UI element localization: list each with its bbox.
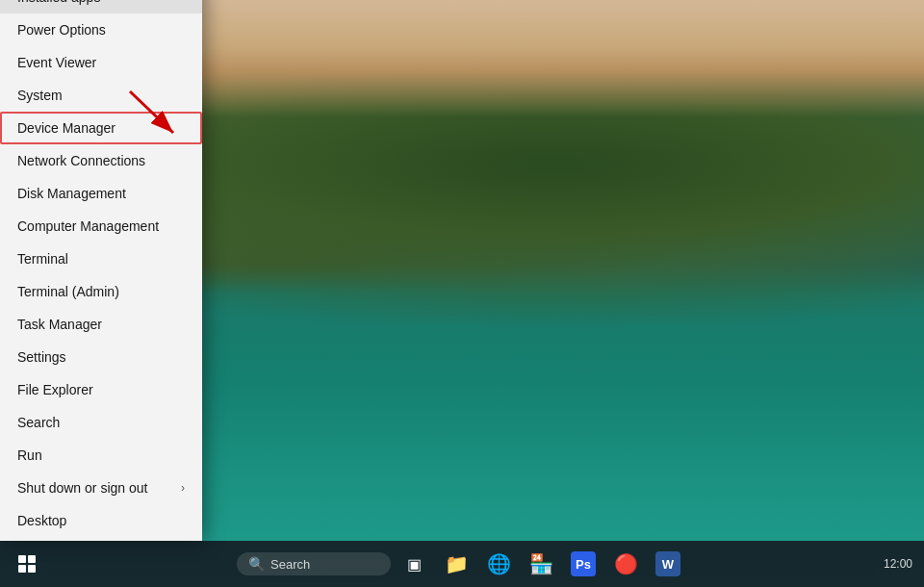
menu-item-computer-management[interactable]: Computer Management	[0, 210, 202, 242]
edge-icon: 🌐	[487, 552, 511, 575]
store-icon: 🏪	[529, 552, 553, 575]
menu-item-label-terminal: Terminal	[17, 251, 68, 267]
menu-item-installed-apps[interactable]: Installed apps	[0, 0, 202, 13]
menu-item-terminal[interactable]: Terminal	[0, 242, 202, 275]
menu-item-label-run: Run	[17, 447, 42, 463]
menu-item-desktop[interactable]: Desktop	[0, 504, 202, 537]
context-menu: Installed appsPower OptionsEvent ViewerS…	[0, 0, 202, 541]
word-taskbar-button[interactable]: W	[649, 545, 687, 583]
menu-item-disk-management[interactable]: Disk Management	[0, 177, 202, 210]
search-icon: 🔍	[248, 556, 265, 572]
menu-item-label-terminal-admin: Terminal (Admin)	[17, 284, 119, 299]
menu-item-label-event-viewer: Event Viewer	[17, 55, 96, 70]
menu-item-task-manager[interactable]: Task Manager	[0, 308, 202, 341]
file-explorer-taskbar-button[interactable]: 📁	[437, 545, 475, 583]
chrome-icon: 🔴	[614, 552, 638, 575]
menu-item-run[interactable]: Run	[0, 439, 202, 472]
task-view-icon: ▣	[407, 555, 422, 574]
menu-item-label-installed-apps: Installed apps	[17, 0, 100, 5]
submenu-arrow-icon: ›	[181, 481, 185, 495]
menu-item-label-search: Search	[17, 415, 60, 430]
photoshop-taskbar-button[interactable]: Ps	[564, 545, 603, 583]
chrome-taskbar-button[interactable]: 🔴	[606, 545, 645, 583]
menu-item-terminal-admin[interactable]: Terminal (Admin)	[0, 275, 202, 308]
word-icon: W	[655, 551, 680, 576]
menu-item-label-device-manager: Device Manager	[17, 120, 116, 136]
menu-item-settings[interactable]: Settings	[0, 341, 202, 373]
menu-item-label-desktop: Desktop	[17, 513, 66, 528]
menu-item-label-computer-management: Computer Management	[17, 218, 159, 234]
menu-item-power-options[interactable]: Power Options	[0, 13, 202, 46]
menu-item-device-manager[interactable]: Device Manager	[0, 112, 202, 144]
menu-item-search[interactable]: Search	[0, 406, 202, 439]
tray-time: 12:00	[884, 557, 912, 571]
system-tray: 12:00	[884, 557, 912, 571]
menu-item-file-explorer[interactable]: File Explorer	[0, 373, 202, 406]
store-taskbar-button[interactable]: 🏪	[522, 545, 560, 583]
menu-item-label-task-manager: Task Manager	[17, 317, 102, 332]
task-view-button[interactable]: ▣	[395, 545, 433, 583]
file-explorer-icon: 📁	[445, 552, 469, 575]
taskbar-search[interactable]: 🔍 Search	[237, 552, 391, 575]
menu-item-label-disk-management: Disk Management	[17, 186, 126, 201]
taskbar: 🔍 Search ▣ 📁 🌐 🏪 Ps 🔴 W 12:00	[0, 541, 924, 587]
menu-item-label-file-explorer: File Explorer	[17, 382, 93, 397]
menu-item-label-power-options: Power Options	[17, 22, 106, 38]
menu-item-label-network-connections: Network Connections	[17, 153, 145, 168]
edge-taskbar-button[interactable]: 🌐	[479, 545, 518, 583]
menu-item-label-shut-down-sign-out: Shut down or sign out	[17, 480, 147, 496]
menu-item-shut-down-sign-out[interactable]: Shut down or sign out›	[0, 472, 202, 504]
windows-logo-icon	[18, 555, 36, 573]
menu-item-network-connections[interactable]: Network Connections	[0, 144, 202, 177]
menu-item-system[interactable]: System	[0, 79, 202, 112]
menu-item-label-system: System	[17, 88, 63, 103]
start-button[interactable]	[8, 545, 46, 583]
photoshop-icon: Ps	[571, 551, 596, 576]
menu-item-label-settings: Settings	[17, 349, 66, 365]
taskbar-search-label: Search	[270, 557, 310, 572]
menu-item-event-viewer[interactable]: Event Viewer	[0, 46, 202, 79]
